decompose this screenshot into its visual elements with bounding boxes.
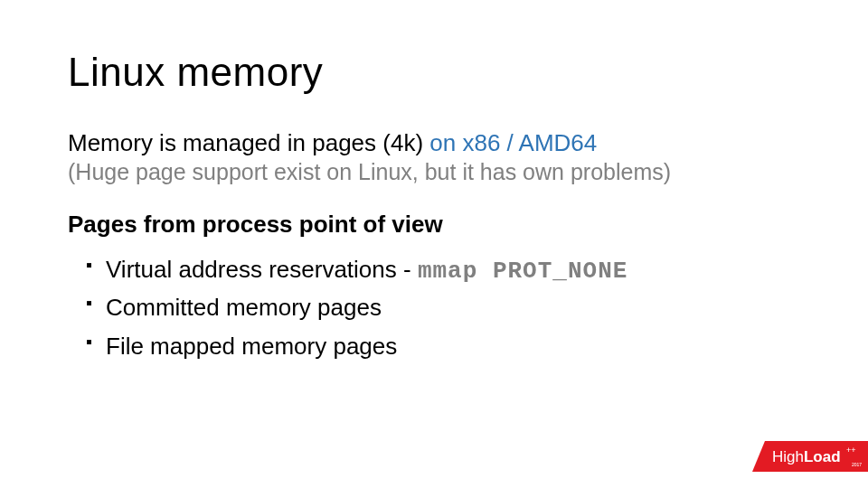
list-item: Virtual address reservations - mmap PROT… — [86, 251, 800, 289]
slide-title: Linux memory — [68, 50, 800, 95]
bullet-mono: mmap PROT_NONE — [418, 258, 627, 285]
bullet-text: Committed memory pages — [106, 294, 382, 321]
list-item: File mapped memory pages — [86, 328, 800, 366]
bullet-text: Virtual address reservations - — [106, 256, 418, 283]
logo-bold: Load — [804, 448, 841, 465]
subhead: Pages from process point of view — [68, 211, 800, 239]
bullet-list: Virtual address reservations - mmap PROT… — [68, 251, 800, 366]
intro-line: Memory is managed in pages (4k) on x86 /… — [68, 129, 800, 157]
logo-light: High — [772, 448, 804, 465]
intro-arch: on x86 / AMD64 — [429, 129, 597, 156]
highload-logo: HighLoad ++ 2017 — [752, 441, 868, 472]
intro-prefix: Memory is managed in pages (4k) — [68, 129, 429, 156]
logo-plus: ++ — [846, 446, 856, 455]
logo-text: HighLoad — [772, 448, 841, 465]
slide: Linux memory Memory is managed in pages … — [0, 0, 868, 488]
bullet-text: File mapped memory pages — [106, 333, 397, 360]
logo-svg: HighLoad ++ 2017 — [752, 441, 868, 472]
list-item: Committed memory pages — [86, 289, 800, 327]
intro-note: (Huge page support exist on Linux, but i… — [68, 159, 800, 185]
logo-year: 2017 — [852, 462, 862, 467]
